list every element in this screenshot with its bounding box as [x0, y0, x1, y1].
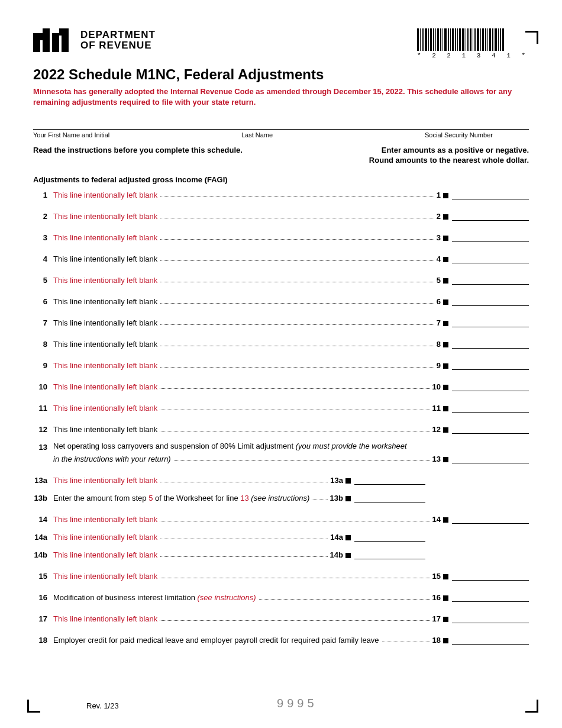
- marker-icon: [345, 478, 351, 484]
- marker-icon: [443, 214, 448, 220]
- marker-icon: [443, 457, 448, 462]
- amount-input[interactable]: [452, 319, 529, 327]
- line-number: 14: [33, 515, 53, 524]
- svg-rect-28: [473, 28, 473, 51]
- marker-icon: [443, 406, 448, 411]
- svg-rect-25: [466, 28, 466, 51]
- mn-logo-icon: [33, 28, 76, 52]
- amount-input[interactable]: [452, 516, 529, 524]
- line-end-number: 13b: [330, 494, 343, 502]
- amount-input[interactable]: [452, 234, 529, 242]
- line-text: This line intentionally left blank: [53, 255, 160, 263]
- amount-input[interactable]: [452, 572, 529, 581]
- line-number: 7: [33, 318, 53, 327]
- amount-input[interactable]: [354, 533, 425, 542]
- line-13a: 13a This line intentionally left blank 1…: [33, 473, 529, 485]
- line-end-number: 17: [432, 614, 441, 623]
- marker-icon: [443, 236, 448, 241]
- agency-line-1: DEPARTMENT: [80, 30, 156, 40]
- line-15: 15 This line intentionally left blank 15: [33, 569, 529, 581]
- amount-input[interactable]: [452, 362, 529, 370]
- svg-rect-19: [450, 28, 451, 51]
- svg-rect-20: [452, 28, 454, 51]
- line-number: 13a: [33, 476, 53, 485]
- svg-rect-5: [59, 28, 63, 36]
- amount-input[interactable]: [452, 404, 529, 413]
- line-5: 5 This line intentionally left blank 5: [33, 273, 529, 285]
- line-end-number: 8: [437, 340, 441, 349]
- instructions-right-l2: Round amounts to the nearest whole dolla…: [369, 156, 529, 166]
- line-number: 16: [33, 593, 53, 602]
- line-end-number: 13: [432, 455, 441, 463]
- marker-icon: [443, 193, 448, 198]
- amount-input[interactable]: [452, 276, 529, 285]
- amount-input[interactable]: [354, 551, 425, 559]
- line-end-number: 10: [432, 382, 441, 391]
- svg-rect-8: [422, 28, 424, 51]
- amount-input[interactable]: [452, 636, 529, 645]
- svg-rect-36: [492, 28, 493, 51]
- line-text: This line intentionally left blank: [53, 318, 160, 327]
- amount-input[interactable]: [452, 212, 529, 221]
- section-heading: Adjustments to federal adjusted gross in…: [33, 175, 529, 184]
- line-text: This line intentionally left blank: [53, 340, 160, 349]
- crop-mark-br: [525, 700, 538, 713]
- line-end-number: 5: [437, 276, 441, 285]
- svg-rect-7: [420, 28, 421, 51]
- crop-mark-bl: [27, 700, 40, 713]
- amount-input[interactable]: [354, 476, 425, 485]
- amount-input[interactable]: [452, 594, 529, 602]
- amount-input[interactable]: [452, 426, 529, 434]
- line-end-number: 16: [432, 593, 441, 602]
- svg-rect-32: [482, 28, 484, 51]
- line-end-number: 9: [437, 361, 441, 370]
- svg-rect-18: [448, 28, 449, 51]
- line-18: 18 Employer credit for paid medical leav…: [33, 633, 529, 645]
- line-number: 4: [33, 255, 53, 263]
- amount-input[interactable]: [452, 383, 529, 391]
- line-number: 17: [33, 614, 53, 623]
- marker-icon: [443, 321, 448, 326]
- crop-mark-tr: [525, 31, 538, 44]
- line-14a: 14a This line intentionally left blank 1…: [33, 530, 529, 542]
- instructions-right: Enter amounts as a positive or negative.…: [369, 146, 529, 166]
- line-1: 1 This line intentionally left blank 1: [33, 188, 529, 199]
- line-end-number: 1: [437, 191, 441, 199]
- line-number: 9: [33, 361, 53, 370]
- line-7: 7 This line intentionally left blank 7: [33, 315, 529, 327]
- last-name-field[interactable]: Last Name: [241, 129, 425, 138]
- marker-icon: [443, 278, 448, 284]
- svg-rect-17: [444, 28, 447, 51]
- first-name-field[interactable]: Your First Name and Initial: [33, 129, 241, 138]
- svg-rect-2: [52, 33, 59, 52]
- line-17: 17 This line intentionally left blank 17: [33, 611, 529, 623]
- marker-icon: [443, 617, 448, 622]
- line-number: 15: [33, 572, 53, 581]
- line-end-number: 14: [432, 515, 441, 524]
- line-end-number: 4: [437, 255, 441, 263]
- line-text-cont: in the instructions with your return): [53, 455, 173, 463]
- amount-input[interactable]: [452, 191, 529, 199]
- amount-input[interactable]: [354, 494, 425, 502]
- agency-logo: DEPARTMENT OF REVENUE: [33, 28, 156, 52]
- line-number: 5: [33, 276, 53, 285]
- line-number: 3: [33, 233, 53, 242]
- header: DEPARTMENT OF REVENUE: [33, 28, 529, 59]
- line-number: 12: [33, 425, 53, 434]
- amount-input[interactable]: [452, 455, 529, 463]
- line-number: 13: [33, 443, 53, 452]
- line-text: Modification of business interest limita…: [53, 593, 259, 602]
- form-notice: Minnesota has generally adopted the Inte…: [33, 86, 529, 108]
- amount-input[interactable]: [452, 298, 529, 306]
- svg-rect-16: [443, 28, 443, 51]
- amount-input[interactable]: [452, 340, 529, 349]
- svg-rect-15: [440, 28, 441, 51]
- svg-rect-6: [417, 28, 419, 51]
- svg-rect-33: [485, 28, 486, 51]
- line-8: 8 This line intentionally left blank 8: [33, 337, 529, 349]
- amount-input[interactable]: [452, 255, 529, 263]
- ssn-field[interactable]: Social Security Number: [425, 129, 529, 138]
- barcode: * 2 2 1 3 4 1 *: [417, 28, 529, 59]
- instructions-left: Read the instructions before you complet…: [33, 146, 243, 166]
- amount-input[interactable]: [452, 615, 529, 623]
